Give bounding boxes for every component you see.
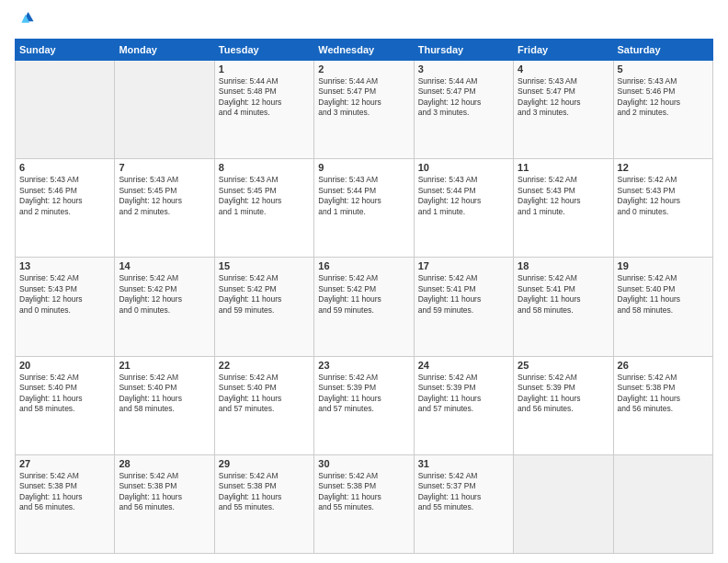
day-number: 9	[318, 162, 409, 173]
day-info: Sunrise: 5:43 AM Sunset: 5:45 PM Dayligh…	[119, 175, 210, 217]
day-number: 16	[318, 260, 409, 271]
day-info: Sunrise: 5:42 AM Sunset: 5:39 PM Dayligh…	[418, 373, 509, 415]
day-info: Sunrise: 5:43 AM Sunset: 5:47 PM Dayligh…	[518, 76, 609, 119]
day-info: Sunrise: 5:44 AM Sunset: 5:47 PM Dayligh…	[418, 76, 509, 119]
calendar-cell: 2Sunrise: 5:44 AM Sunset: 5:47 PM Daylig…	[314, 61, 414, 159]
calendar-cell: 3Sunrise: 5:44 AM Sunset: 5:47 PM Daylig…	[414, 61, 513, 159]
day-info: Sunrise: 5:42 AM Sunset: 5:38 PM Dayligh…	[119, 471, 210, 513]
day-number: 20	[19, 360, 110, 371]
calendar-cell: 25Sunrise: 5:42 AM Sunset: 5:39 PM Dayli…	[514, 356, 613, 454]
day-info: Sunrise: 5:43 AM Sunset: 5:44 PM Dayligh…	[318, 175, 409, 217]
calendar-week-row: 1Sunrise: 5:44 AM Sunset: 5:48 PM Daylig…	[16, 61, 713, 159]
calendar-cell: 26Sunrise: 5:42 AM Sunset: 5:38 PM Dayli…	[613, 356, 712, 454]
day-info: Sunrise: 5:42 AM Sunset: 5:38 PM Dayligh…	[318, 471, 409, 513]
day-number: 28	[119, 458, 210, 469]
calendar-cell: 23Sunrise: 5:42 AM Sunset: 5:39 PM Dayli…	[314, 356, 414, 454]
day-number: 25	[518, 360, 609, 371]
day-number: 19	[618, 260, 709, 271]
day-info: Sunrise: 5:42 AM Sunset: 5:40 PM Dayligh…	[119, 373, 210, 415]
day-number: 18	[518, 260, 609, 271]
day-number: 5	[618, 63, 709, 75]
weekday-header-saturday: Saturday	[613, 40, 712, 61]
weekday-header-sunday: Sunday	[16, 40, 115, 61]
weekday-header-thursday: Thursday	[414, 40, 513, 61]
calendar-cell	[514, 454, 613, 553]
day-number: 11	[518, 162, 609, 173]
calendar-cell: 10Sunrise: 5:43 AM Sunset: 5:44 PM Dayli…	[414, 159, 513, 258]
day-number: 24	[418, 360, 509, 371]
day-info: Sunrise: 5:42 AM Sunset: 5:43 PM Dayligh…	[19, 273, 110, 316]
calendar-cell: 22Sunrise: 5:42 AM Sunset: 5:40 PM Dayli…	[214, 356, 313, 454]
calendar-cell: 9Sunrise: 5:43 AM Sunset: 5:44 PM Daylig…	[314, 159, 414, 258]
weekday-header-wednesday: Wednesday	[314, 40, 414, 61]
day-number: 31	[418, 458, 509, 469]
day-info: Sunrise: 5:42 AM Sunset: 5:38 PM Dayligh…	[618, 373, 709, 415]
calendar-cell: 12Sunrise: 5:42 AM Sunset: 5:43 PM Dayli…	[613, 159, 712, 258]
day-number: 15	[219, 260, 310, 271]
calendar-header-row: SundayMondayTuesdayWednesdayThursdayFrid…	[16, 40, 713, 61]
calendar-cell: 20Sunrise: 5:42 AM Sunset: 5:40 PM Dayli…	[16, 356, 115, 454]
day-info: Sunrise: 5:43 AM Sunset: 5:46 PM Dayligh…	[19, 175, 110, 217]
day-number: 23	[318, 360, 409, 371]
day-number: 7	[119, 162, 210, 173]
day-info: Sunrise: 5:42 AM Sunset: 5:42 PM Dayligh…	[119, 273, 210, 316]
calendar-cell: 7Sunrise: 5:43 AM Sunset: 5:45 PM Daylig…	[115, 159, 214, 258]
day-info: Sunrise: 5:44 AM Sunset: 5:48 PM Dayligh…	[219, 76, 310, 119]
day-number: 22	[219, 360, 310, 371]
day-info: Sunrise: 5:44 AM Sunset: 5:47 PM Dayligh…	[318, 76, 409, 119]
calendar-week-row: 13Sunrise: 5:42 AM Sunset: 5:43 PM Dayli…	[16, 258, 713, 356]
weekday-header-monday: Monday	[115, 40, 214, 61]
calendar-cell: 30Sunrise: 5:42 AM Sunset: 5:38 PM Dayli…	[314, 454, 414, 553]
calendar-cell	[115, 61, 214, 159]
day-number: 8	[219, 162, 310, 173]
day-info: Sunrise: 5:42 AM Sunset: 5:38 PM Dayligh…	[219, 471, 310, 513]
calendar-cell: 21Sunrise: 5:42 AM Sunset: 5:40 PM Dayli…	[115, 356, 214, 454]
calendar-cell: 8Sunrise: 5:43 AM Sunset: 5:45 PM Daylig…	[214, 159, 313, 258]
day-number: 6	[19, 162, 110, 173]
calendar-week-row: 27Sunrise: 5:42 AM Sunset: 5:38 PM Dayli…	[16, 454, 713, 553]
calendar-cell: 1Sunrise: 5:44 AM Sunset: 5:48 PM Daylig…	[214, 61, 313, 159]
day-number: 3	[418, 63, 509, 75]
day-info: Sunrise: 5:42 AM Sunset: 5:43 PM Dayligh…	[518, 175, 609, 217]
day-number: 17	[418, 260, 509, 271]
day-info: Sunrise: 5:42 AM Sunset: 5:40 PM Dayligh…	[219, 373, 310, 415]
day-info: Sunrise: 5:42 AM Sunset: 5:39 PM Dayligh…	[518, 373, 609, 415]
calendar-cell: 13Sunrise: 5:42 AM Sunset: 5:43 PM Dayli…	[16, 258, 115, 356]
day-number: 29	[219, 458, 310, 469]
calendar-cell: 31Sunrise: 5:42 AM Sunset: 5:37 PM Dayli…	[414, 454, 513, 553]
day-number: 27	[19, 458, 110, 469]
day-number: 4	[518, 63, 609, 75]
day-number: 26	[618, 360, 709, 371]
page: SundayMondayTuesdayWednesdayThursdayFrid…	[0, 0, 728, 563]
calendar-cell: 17Sunrise: 5:42 AM Sunset: 5:41 PM Dayli…	[414, 258, 513, 356]
weekday-header-friday: Friday	[514, 40, 613, 61]
calendar-cell: 16Sunrise: 5:42 AM Sunset: 5:42 PM Dayli…	[314, 258, 414, 356]
calendar-cell: 27Sunrise: 5:42 AM Sunset: 5:38 PM Dayli…	[16, 454, 115, 553]
day-info: Sunrise: 5:42 AM Sunset: 5:41 PM Dayligh…	[418, 273, 509, 316]
calendar-cell: 15Sunrise: 5:42 AM Sunset: 5:42 PM Dayli…	[214, 258, 313, 356]
calendar-cell: 6Sunrise: 5:43 AM Sunset: 5:46 PM Daylig…	[16, 159, 115, 258]
calendar-cell	[613, 454, 712, 553]
header	[15, 9, 713, 29]
day-info: Sunrise: 5:42 AM Sunset: 5:38 PM Dayligh…	[19, 471, 110, 513]
day-number: 30	[318, 458, 409, 469]
day-info: Sunrise: 5:42 AM Sunset: 5:42 PM Dayligh…	[318, 273, 409, 316]
day-info: Sunrise: 5:42 AM Sunset: 5:37 PM Dayligh…	[418, 471, 509, 513]
calendar-cell: 5Sunrise: 5:43 AM Sunset: 5:46 PM Daylig…	[613, 61, 712, 159]
day-info: Sunrise: 5:42 AM Sunset: 5:39 PM Dayligh…	[318, 373, 409, 415]
day-info: Sunrise: 5:42 AM Sunset: 5:42 PM Dayligh…	[219, 273, 310, 316]
calendar-table: SundayMondayTuesdayWednesdayThursdayFrid…	[15, 39, 713, 554]
calendar-cell: 24Sunrise: 5:42 AM Sunset: 5:39 PM Dayli…	[414, 356, 513, 454]
calendar-cell	[16, 61, 115, 159]
day-info: Sunrise: 5:42 AM Sunset: 5:40 PM Dayligh…	[618, 273, 709, 316]
calendar-week-row: 6Sunrise: 5:43 AM Sunset: 5:46 PM Daylig…	[16, 159, 713, 258]
calendar-cell: 28Sunrise: 5:42 AM Sunset: 5:38 PM Dayli…	[115, 454, 214, 553]
day-number: 13	[19, 260, 110, 271]
day-number: 14	[119, 260, 210, 271]
day-info: Sunrise: 5:43 AM Sunset: 5:44 PM Dayligh…	[418, 175, 509, 217]
day-info: Sunrise: 5:42 AM Sunset: 5:43 PM Dayligh…	[618, 175, 709, 217]
day-number: 12	[618, 162, 709, 173]
day-number: 21	[119, 360, 210, 371]
calendar-cell: 4Sunrise: 5:43 AM Sunset: 5:47 PM Daylig…	[514, 61, 613, 159]
day-number: 1	[219, 63, 310, 75]
